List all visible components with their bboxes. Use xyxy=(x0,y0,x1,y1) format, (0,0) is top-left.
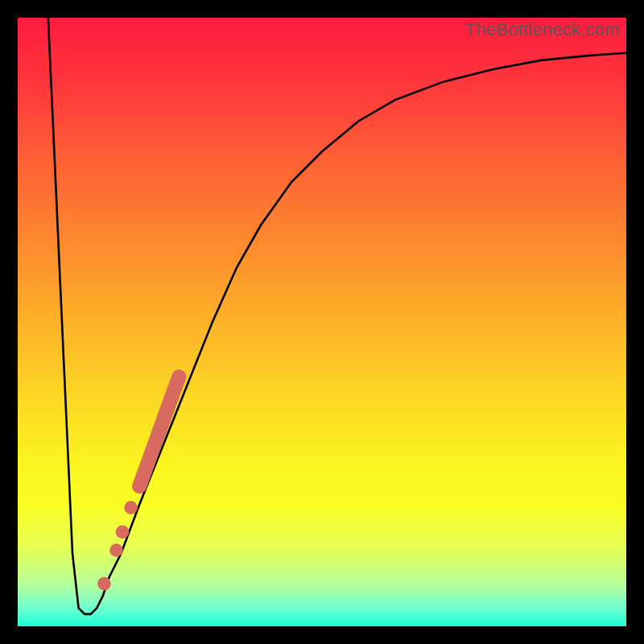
marker-group xyxy=(97,377,179,590)
bottleneck-curve xyxy=(48,18,626,614)
chart-frame: TheBottleneck.com xyxy=(0,0,644,644)
chart-svg xyxy=(18,18,626,626)
marker-dot xyxy=(116,526,130,539)
marker-capsule xyxy=(139,377,179,486)
marker-dot xyxy=(124,501,138,514)
plot-area: TheBottleneck.com xyxy=(18,18,626,626)
marker-dot xyxy=(109,543,123,557)
marker-dot xyxy=(97,577,111,591)
